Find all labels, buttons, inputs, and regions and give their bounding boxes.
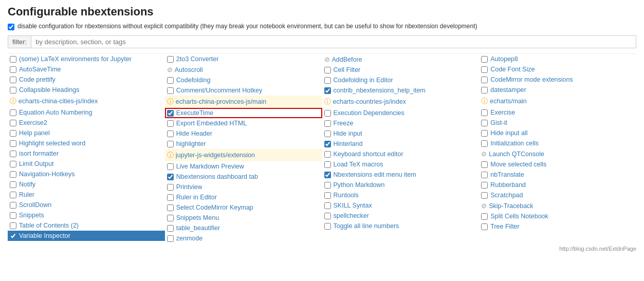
ext-link[interactable]: SKILL Syntax: [334, 202, 372, 209]
ext-link[interactable]: echarts-china-cities-js/index: [19, 98, 98, 105]
ext-checkbox[interactable]: [167, 163, 174, 170]
ext-link[interactable]: Move selected cells: [490, 161, 546, 168]
ext-checkbox[interactable]: [481, 182, 488, 189]
ext-link[interactable]: zenmode: [176, 235, 203, 242]
ext-link[interactable]: Hinterland: [334, 140, 363, 147]
ext-link[interactable]: Ruler: [19, 191, 34, 198]
ext-checkbox[interactable]: [10, 109, 16, 116]
ext-link[interactable]: Hide input all: [490, 129, 527, 137]
ext-item[interactable]: ScrollDown: [8, 200, 165, 210]
ext-item[interactable]: Hinterland: [322, 139, 480, 149]
ext-checkbox[interactable]: [10, 171, 16, 178]
ext-item[interactable]: 2to3 Converter: [165, 54, 322, 64]
ext-item[interactable]: Toggle all line numbers: [322, 221, 480, 231]
ext-link[interactable]: Autopep8: [490, 55, 518, 63]
ext-item[interactable]: Snippets: [8, 210, 165, 220]
ext-checkbox[interactable]: [10, 161, 16, 167]
ext-item[interactable]: Exercise: [479, 107, 636, 118]
ext-item[interactable]: Load TeX macros: [322, 159, 480, 170]
ext-checkbox[interactable]: [10, 56, 16, 63]
ext-link[interactable]: Exercise: [490, 109, 515, 116]
ext-item[interactable]: ⊘Skip-Traceback: [479, 200, 636, 211]
ext-item[interactable]: Equation Auto Numbering: [8, 107, 165, 118]
ext-checkbox[interactable]: [10, 202, 16, 209]
ext-checkbox[interactable]: [324, 172, 331, 178]
ext-link[interactable]: Initialization cells: [490, 140, 539, 147]
ext-item[interactable]: Tree Filter: [479, 221, 636, 232]
ext-item[interactable]: Notify: [8, 179, 165, 190]
ext-link[interactable]: 2to3 Converter: [176, 55, 219, 63]
ext-checkbox[interactable]: [324, 202, 331, 209]
ext-checkbox[interactable]: [481, 192, 488, 199]
ext-link[interactable]: Codefolding: [176, 77, 211, 84]
ext-link[interactable]: Hide input: [334, 130, 362, 137]
ext-link[interactable]: Autoscroll: [175, 66, 203, 73]
ext-item[interactable]: Exercise2: [8, 118, 165, 128]
ext-item[interactable]: Autopep8: [479, 54, 636, 64]
ext-checkbox[interactable]: [481, 109, 488, 116]
ext-checkbox[interactable]: [10, 87, 16, 93]
ext-item[interactable]: Table of Contents (2): [8, 220, 165, 231]
ext-link[interactable]: Export Embedded HTML: [176, 120, 247, 127]
ext-link[interactable]: echarts/main: [490, 98, 527, 105]
ext-item[interactable]: ⊘AddBefore: [322, 54, 480, 65]
ext-item[interactable]: ⓘecharts-china-provinces-js/main: [165, 96, 322, 108]
ext-link[interactable]: Select CodeMirror Keymap: [176, 204, 253, 211]
ext-checkbox[interactable]: [10, 120, 16, 126]
ext-item[interactable]: Python Markdown: [322, 180, 480, 190]
ext-link[interactable]: Snippets Menu: [176, 214, 219, 221]
ext-checkbox[interactable]: [481, 56, 488, 63]
ext-link[interactable]: Exercise2: [19, 119, 47, 126]
ext-checkbox[interactable]: [10, 140, 16, 147]
ext-item[interactable]: contrib_nbextensions_help_item: [322, 85, 480, 96]
ext-item[interactable]: Nbextensions edit menu item: [322, 170, 480, 180]
ext-item[interactable]: Printview: [165, 182, 322, 192]
ext-checkbox[interactable]: [481, 172, 488, 178]
ext-link[interactable]: Split Cells Notebook: [490, 213, 548, 220]
ext-checkbox[interactable]: [167, 130, 174, 137]
ext-checkbox[interactable]: [167, 215, 174, 221]
ext-link[interactable]: Nbextensions dashboard tab: [176, 173, 258, 180]
ext-item[interactable]: zenmode: [165, 233, 322, 243]
ext-checkbox[interactable]: [10, 66, 16, 73]
ext-link[interactable]: Comment/Uncomment Hotkey: [176, 87, 262, 94]
ext-item[interactable]: Code Font Size: [479, 64, 636, 74]
ext-item[interactable]: AutoSaveTime: [8, 64, 165, 74]
ext-item[interactable]: CodeMirror mode extensions: [479, 74, 636, 85]
ext-item[interactable]: Split Cells Notebook: [479, 211, 636, 221]
ext-link[interactable]: Equation Auto Numbering: [19, 109, 92, 116]
ext-link[interactable]: Code prettify: [19, 76, 56, 83]
ext-checkbox[interactable]: [167, 110, 174, 117]
ext-link[interactable]: Hide Header: [176, 130, 212, 137]
ext-link[interactable]: Codefolding in Editor: [334, 77, 393, 84]
ext-item[interactable]: Ruler: [8, 190, 165, 200]
ext-link[interactable]: Code Font Size: [490, 66, 535, 73]
ext-checkbox[interactable]: [324, 130, 331, 137]
ext-item[interactable]: Runtools: [322, 190, 480, 200]
ext-link[interactable]: Variable Inspector: [19, 232, 70, 239]
ext-checkbox[interactable]: [167, 184, 174, 191]
ext-checkbox[interactable]: [167, 141, 174, 147]
ext-link[interactable]: Toggle all line numbers: [334, 222, 399, 230]
ext-link[interactable]: ScrollDown: [19, 201, 51, 209]
ext-checkbox[interactable]: [324, 213, 331, 219]
ext-item[interactable]: spellchecker: [322, 211, 480, 221]
ext-item[interactable]: datestamper: [479, 85, 636, 95]
compat-checkbox[interactable]: [8, 24, 14, 30]
ext-link[interactable]: Freeze: [334, 120, 354, 127]
ext-checkbox[interactable]: [324, 182, 331, 189]
ext-item[interactable]: Codefolding in Editor: [322, 75, 480, 85]
ext-link[interactable]: ExecuteTime: [176, 109, 213, 117]
ext-link[interactable]: Ruler in Editor: [176, 194, 217, 201]
ext-link[interactable]: spellchecker: [334, 212, 369, 219]
ext-item[interactable]: ⓘecharts-china-cities-js/index: [8, 95, 165, 107]
ext-link[interactable]: Rubberband: [490, 181, 526, 189]
ext-item[interactable]: Highlight selected word: [8, 138, 165, 148]
ext-checkbox[interactable]: [324, 67, 331, 73]
ext-checkbox[interactable]: [10, 181, 16, 188]
ext-link[interactable]: nbTranslate: [490, 171, 524, 178]
ext-item[interactable]: Export Embedded HTML: [165, 118, 322, 128]
ext-link[interactable]: echarts-china-provinces-js/main: [176, 98, 266, 105]
ext-item[interactable]: (some) LaTeX environments for Jupyter: [8, 54, 165, 64]
ext-checkbox[interactable]: [481, 87, 488, 93]
